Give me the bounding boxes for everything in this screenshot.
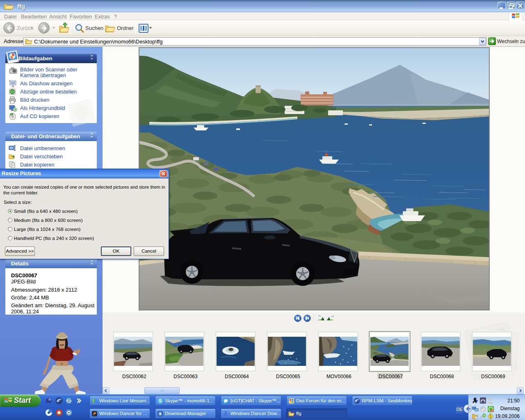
svg-text:S: S — [159, 399, 162, 403]
